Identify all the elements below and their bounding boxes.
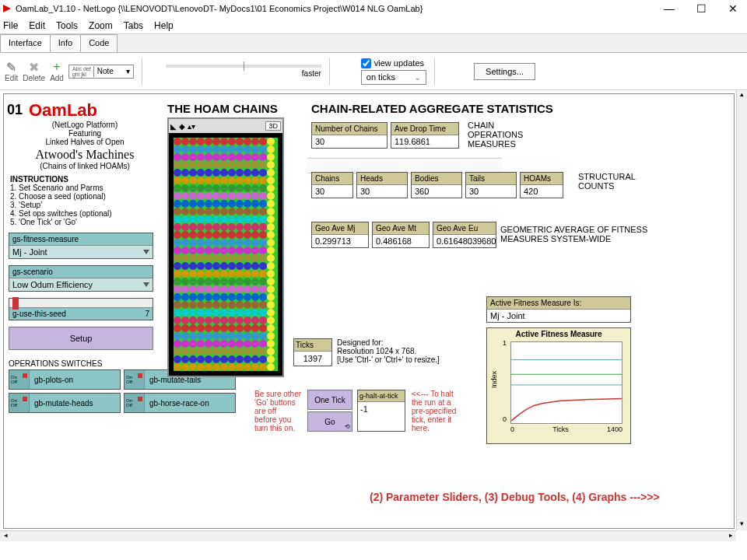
scroll-right-icon[interactable]: ▸ [725, 531, 736, 541]
separator [329, 58, 330, 86]
stats-geo-side1: GEOMETRIC AVERAGE OF FITNESS [500, 225, 647, 234]
halt-at-tick-input[interactable]: g-halt-at-tick -1 [357, 390, 405, 432]
chevron-down-icon: ⌄ [414, 72, 421, 82]
monitor: Heads30 [356, 172, 408, 198]
stats-group-ops: Number of Chains30Ave Drop Time119.6861 [311, 122, 459, 149]
tab-code[interactable]: Code [80, 34, 117, 52]
x-icon: ✖ [29, 60, 39, 74]
monitor: Bodies360 [411, 172, 462, 198]
menu-bar: File Edit Tools Zoom Tabs Help [0, 17, 747, 34]
element-type-selector[interactable]: Abc defghi jkl Note ▾ [68, 65, 134, 79]
separator [142, 58, 142, 86]
monitor: Chains30 [311, 172, 353, 198]
close-icon[interactable]: ✕ [728, 2, 738, 15]
app-logo-icon [3, 5, 11, 12]
vertical-scrollbar[interactable]: ▴ ▾ [736, 90, 747, 530]
hoam-chains-heading: THE HOAM CHAINS [167, 102, 278, 115]
go-button[interactable]: Go⟲ [307, 411, 352, 432]
setup-button[interactable]: Setup [9, 327, 153, 350]
scenario-chooser[interactable]: gs-scenario Low Odum Efficiency [9, 265, 153, 292]
active-fitness-monitor: Active Fitness Measure Is: Mj - Joint [486, 296, 631, 323]
ticks-monitor: Ticks 1397 [293, 338, 332, 366]
stats-group-struct: Chains30Heads30Bodies360Tails30HOAMs420 [311, 172, 563, 198]
speed-label: faster [302, 69, 321, 78]
view-updates-checkbox[interactable] [361, 58, 371, 68]
instruction-4: 4. Set ops switches (optional) [10, 209, 161, 218]
chooser-label: gs-scenario [9, 266, 153, 278]
menu-edit[interactable]: Edit [29, 20, 45, 31]
stats-struct-side1: STRUCTURAL [578, 172, 636, 181]
pencil-icon: ✎ [6, 60, 16, 74]
ops-switches-heading: OPERATIONS SWITCHES [9, 359, 161, 368]
instruction-3: 3. 'Setup' [10, 201, 161, 209]
tab-info[interactable]: Info [50, 34, 81, 52]
stats-heading: CHAIN-RELATED AGGREGATE STATISTICS [311, 102, 553, 115]
menu-help[interactable]: Help [154, 20, 174, 31]
monitor: Ave Drop Time119.6861 [391, 122, 459, 149]
monitor: Geo Ave Eu0.61648039680 [433, 222, 496, 248]
menu-file[interactable]: File [3, 20, 18, 31]
instruction-2: 2. Choose a seed (optional) [10, 192, 161, 201]
nav-hint: (2) Parameter Sliders, (3) Debug Tools, … [370, 491, 660, 503]
mini-preview-icon: Abc defghi jkl [72, 66, 94, 77]
menu-tools[interactable]: Tools [56, 20, 78, 31]
toolbar-edit[interactable]: ✎ Edit [5, 60, 18, 82]
monitor: Geo Ave Mj0.299713 [311, 222, 369, 248]
chains-subtitle: (Chains of linked HOAMs) [9, 162, 161, 170]
tool-icon-1[interactable]: ◣ [170, 122, 177, 131]
slider-thumb[interactable] [12, 297, 19, 310]
monitor: Number of Chains30 [311, 122, 388, 149]
active-fitness-plot: Active Fitness Measure Index 1 0 0 Ticks… [486, 327, 631, 444]
instruction-1: 1. Set Scenario and Parms [10, 184, 161, 192]
speed-slider[interactable] [166, 65, 321, 68]
stats-struct-side2: COUNTS [578, 181, 636, 191]
scroll-down-icon[interactable]: ▾ [737, 520, 747, 530]
one-tick-button[interactable]: One Tick [307, 390, 352, 410]
slider-label: g-use-this-seed [12, 310, 66, 318]
switch-plots-on[interactable]: OnOff gb-plots-on [9, 369, 121, 390]
settings-button[interactable]: Settings... [474, 63, 535, 80]
section-number: 01 [7, 102, 23, 118]
monitor: HOAMs420 [520, 172, 563, 198]
forever-icon: ⟲ [345, 423, 350, 430]
switch-horse-race-on[interactable]: OnOff gb-horse-race-on [124, 393, 236, 413]
model-title: OamLab [29, 100, 161, 121]
instructions-heading: INSTRUCTIONS [10, 175, 161, 184]
monitor: Tails30 [465, 172, 517, 198]
occlusion-strip [307, 158, 502, 173]
horizontal-scrollbar[interactable]: ◂ ▸ [0, 530, 736, 541]
view-updates-label: view updates [374, 58, 424, 68]
monitor: Geo Ave Mt0.486168 [372, 222, 430, 248]
tool-icon-2[interactable]: ◆ [179, 122, 185, 131]
minimize-icon[interactable]: — [664, 2, 675, 15]
chooser-value: Low Odum Efficiency [12, 280, 93, 289]
seed-slider[interactable]: g-use-this-seed7 [9, 298, 153, 320]
update-mode-selector[interactable]: on ticks ⌄ [361, 70, 426, 85]
world-view[interactable]: ◣ ◆ ▴▾ 3D [167, 117, 284, 377]
fitness-measure-chooser[interactable]: gs-fitness-measure Mj - Joint [9, 233, 153, 259]
toolbar-delete[interactable]: ✖ Delete [23, 60, 45, 82]
maximize-icon[interactable]: ☐ [696, 2, 707, 15]
stats-ops-side3: MEASURES [468, 139, 523, 149]
chooser-value: Mj - Joint [12, 247, 47, 257]
tab-interface[interactable]: Interface [0, 34, 51, 52]
platform-label: (NetLogo Platform) [9, 121, 161, 129]
menu-zoom[interactable]: Zoom [89, 20, 113, 31]
3d-button[interactable]: 3D [265, 121, 281, 131]
halt-note-right: <<--- To haltthe run at apre-specifiedti… [412, 390, 456, 432]
toolbar-add[interactable]: + Add [50, 60, 64, 82]
switch-mutate-heads[interactable]: OnOff gb-mutate-heads [9, 393, 121, 413]
stats-ops-side1: CHAIN [468, 121, 523, 130]
stats-ops-side2: OPERATIONS [468, 130, 523, 139]
window-title: OamLab_V1.10 - NetLogo {\\LENOVODT\Lenov… [16, 4, 664, 13]
featuring-label: Featuring [9, 129, 161, 138]
scroll-left-icon[interactable]: ◂ [0, 531, 11, 541]
chevron-down-icon [143, 250, 149, 254]
tool-icon-3[interactable]: ▴▾ [188, 122, 195, 131]
design-note: Designed for: Resolution 1024 x 768. [Us… [337, 338, 440, 364]
instruction-5: 5. 'One Tick' or 'Go' [10, 218, 161, 226]
menu-tabs[interactable]: Tabs [124, 20, 143, 31]
world-canvas[interactable] [174, 138, 278, 371]
chooser-label: gs-fitness-measure [9, 233, 153, 245]
scroll-up-icon[interactable]: ▴ [737, 90, 747, 101]
